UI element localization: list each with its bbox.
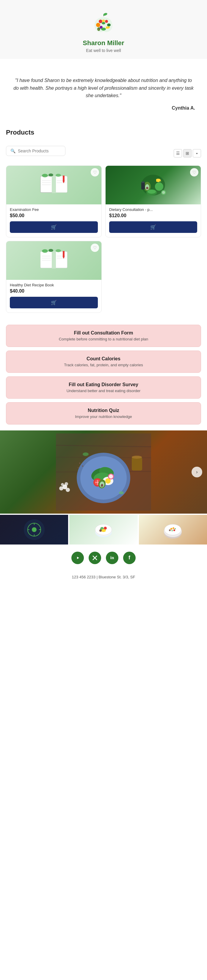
cta-disorder-title: Fill out Eating Disorder Survey	[12, 382, 195, 387]
svg-point-75	[82, 466, 83, 467]
gallery-food-illustration	[56, 433, 151, 511]
product-name-exam: Examination Fee	[10, 207, 98, 212]
facebook-text: f	[128, 555, 130, 561]
testimonial-author: Cynthia A.	[12, 105, 195, 111]
product-name-consultation: Dietary Consultation - p...	[109, 207, 197, 212]
product-card-recipe: ♡ Healthy Diet Recipe Book $40.00 🛒	[6, 241, 102, 313]
cta-quiz-desc: Improve your nutrition knowledge	[12, 414, 195, 419]
thumb1-icon	[22, 518, 46, 541]
svg-point-65	[109, 474, 113, 479]
cta-calories-desc: Track calories, fat, protein, and empty …	[12, 363, 195, 367]
svg-rect-23	[63, 175, 64, 181]
add-to-cart-consultation[interactable]: 🛒	[109, 221, 197, 233]
gallery-background	[0, 430, 207, 514]
svg-point-22	[56, 174, 61, 177]
svg-point-76	[78, 467, 79, 468]
svg-point-10	[98, 29, 99, 30]
svg-point-73	[61, 483, 64, 486]
svg-point-102	[169, 529, 171, 531]
product-card-exam: ♡ Examination Fee $50.00 🛒	[6, 165, 102, 237]
products-section: Products 🔍 ☰ ⊞ ▪	[0, 123, 207, 319]
products-grid: ♡ Examination Fee $50.00 🛒	[6, 165, 201, 313]
heart-btn-recipe[interactable]: ♡	[91, 243, 99, 252]
social-section: in f	[0, 546, 207, 570]
svg-point-99	[172, 527, 174, 529]
gallery-next-btn[interactable]: ›	[191, 467, 202, 477]
twitter-x-svg	[92, 555, 98, 560]
svg-point-101	[173, 529, 175, 531]
products-header: Products	[6, 129, 201, 141]
recipe-book-icon	[37, 246, 70, 275]
footer-contact: 123 456 2233 | Bluestone St. 3/3, SF	[72, 575, 135, 579]
svg-point-33	[162, 191, 165, 194]
svg-rect-14	[52, 175, 56, 193]
search-bar[interactable]: 🔍	[6, 146, 66, 156]
youtube-svg	[75, 555, 80, 560]
svg-rect-77	[132, 457, 142, 471]
svg-point-79	[119, 492, 124, 494]
svg-point-1	[99, 20, 102, 23]
product-image-recipe: ♡	[6, 241, 101, 280]
svg-rect-13	[55, 176, 67, 192]
facebook-icon[interactable]: f	[123, 552, 136, 564]
cta-eating-disorder[interactable]: Fill out Eating Disorder Survey Understa…	[6, 376, 201, 399]
svg-point-74	[79, 463, 80, 464]
svg-point-78	[132, 456, 142, 459]
svg-point-5	[102, 22, 105, 24]
view-controls: ☰ ⊞ ▪	[174, 149, 201, 158]
linkedin-text: in	[110, 555, 114, 560]
grid-view-btn[interactable]: ⊞	[183, 149, 191, 158]
thumb2-icon	[91, 518, 116, 541]
footer: 123 456 2233 | Bluestone St. 3/3, SF	[0, 570, 207, 588]
list-view-btn[interactable]: ☰	[174, 149, 182, 158]
thumbnail-1[interactable]	[0, 515, 68, 544]
svg-rect-37	[55, 251, 67, 268]
products-title: Products	[6, 129, 34, 136]
brand-name: Sharon Miller	[83, 39, 124, 47]
product-image-exam: ♡	[6, 166, 101, 204]
svg-rect-47	[63, 251, 64, 257]
add-to-cart-recipe[interactable]: 🛒	[10, 297, 98, 309]
cta-consultation-form[interactable]: Fill out Consultation Form Complete befo…	[6, 325, 201, 347]
thumbnail-3[interactable]	[139, 515, 207, 544]
product-info-consultation: Dietary Consultation - p... $120.00 🛒	[106, 204, 201, 237]
svg-point-98	[170, 528, 172, 530]
svg-point-46	[56, 249, 61, 252]
product-info-recipe: Healthy Diet Recipe Book $40.00 🛒	[6, 280, 101, 312]
svg-point-83	[32, 527, 37, 532]
cta-consultation-desc: Complete before committing to a nutritio…	[12, 337, 195, 341]
cta-count-calories[interactable]: Count Calories Track calories, fat, prot…	[6, 350, 201, 373]
thumbnail-2[interactable]	[69, 515, 137, 544]
svg-point-6	[107, 24, 111, 26]
cta-nutrition-quiz[interactable]: Nutrition Quiz Improve your nutrition kn…	[6, 402, 201, 425]
svg-rect-30	[141, 182, 145, 189]
product-card-consultation: ♡ Dietary Consultation - p... $120.00 🛒	[105, 165, 201, 237]
twitter-x-icon[interactable]	[88, 552, 101, 564]
product-name-recipe: Healthy Diet Recipe Book	[10, 283, 98, 287]
cta-quiz-title: Nutrition Quiz	[12, 408, 195, 413]
search-icon: 🔍	[10, 148, 16, 153]
linkedin-icon[interactable]: in	[106, 552, 119, 564]
svg-point-80	[83, 452, 88, 456]
svg-point-100	[171, 530, 173, 531]
heart-btn-exam[interactable]: ♡	[91, 168, 99, 177]
add-to-cart-exam[interactable]: 🛒	[10, 221, 98, 233]
svg-point-21	[48, 173, 53, 177]
svg-rect-11	[40, 176, 52, 192]
square-view-btn[interactable]: ▪	[193, 149, 201, 158]
search-input[interactable]	[18, 148, 61, 153]
svg-point-44	[42, 249, 48, 253]
product-image-consultation: ♡	[106, 166, 201, 204]
cta-calories-title: Count Calories	[12, 356, 195, 361]
svg-point-70	[59, 486, 63, 490]
svg-point-94	[99, 529, 102, 532]
svg-point-3	[102, 20, 105, 22]
exam-book-icon	[37, 170, 70, 200]
svg-point-20	[42, 174, 48, 177]
product-info-exam: Examination Fee $50.00 🛒	[6, 204, 101, 237]
cta-consultation-title: Fill out Consultation Form	[12, 330, 195, 336]
svg-rect-36	[40, 251, 52, 268]
thumb3-icon	[161, 518, 185, 541]
heart-btn-consultation[interactable]: ♡	[190, 168, 198, 177]
youtube-icon[interactable]	[71, 552, 84, 564]
